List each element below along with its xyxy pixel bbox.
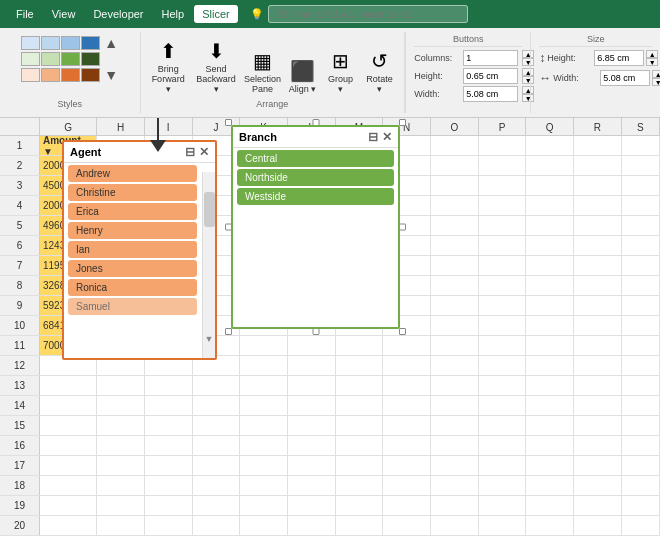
slicer-item-ian[interactable]: Ian xyxy=(68,241,197,258)
cell-s1[interactable] xyxy=(622,136,660,155)
arrow-indicator xyxy=(150,118,166,152)
lightbulb-icon: 💡 xyxy=(250,8,264,21)
align-icon: ⬛ xyxy=(290,59,315,83)
branch-slicer-icons: ⊟ ✕ xyxy=(368,130,392,144)
search-input[interactable] xyxy=(268,5,468,23)
selection-pane-button[interactable]: ▦ SelectionPane xyxy=(242,47,282,97)
selection-pane-icon: ▦ xyxy=(253,49,272,73)
group-button[interactable]: ⊞ Group ▾ xyxy=(323,47,359,97)
slicer-item-jones[interactable]: Jones xyxy=(68,260,197,277)
size-width-spinner[interactable]: ▲ ▼ xyxy=(652,70,660,86)
size-width-icon: ↔ xyxy=(539,71,551,85)
size-height-down[interactable]: ▼ xyxy=(646,58,658,66)
slicer-item-samuel[interactable]: Samuel xyxy=(68,298,197,315)
send-backward-button[interactable]: ⬇ SendBackward ▾ xyxy=(192,37,241,97)
style-swatch-4[interactable] xyxy=(81,36,100,50)
filter-icon[interactable]: ⊟ xyxy=(185,145,195,159)
size-group-title: Size xyxy=(539,34,652,47)
cell-r1[interactable] xyxy=(574,136,622,155)
col-header-g[interactable]: G xyxy=(40,118,97,136)
bring-forward-button[interactable]: ⬆ BringForward ▾ xyxy=(147,37,190,97)
slicer-item-christine[interactable]: Christine xyxy=(68,184,197,201)
col-header-s[interactable]: S xyxy=(622,118,660,136)
menu-view[interactable]: View xyxy=(44,5,84,23)
agent-slicer[interactable]: Agent ⊟ ✕ Andrew Christine Erica Henry I… xyxy=(62,140,217,360)
buttons-group-title: Buttons xyxy=(414,34,522,47)
columns-input[interactable] xyxy=(463,50,518,66)
handle-mr[interactable] xyxy=(399,224,406,231)
columns-label: Columns: xyxy=(414,53,459,63)
slicer-item-henry[interactable]: Henry xyxy=(68,222,197,239)
branch-filter-icon[interactable]: ⊟ xyxy=(368,130,378,144)
style-swatch-5[interactable] xyxy=(21,52,40,66)
slicer-item-andrew[interactable]: Andrew xyxy=(68,165,197,182)
btn-width-label: Width: xyxy=(414,89,459,99)
styles-expand-up[interactable]: ▲ xyxy=(104,36,118,50)
ribbon-group-buttons: Buttons Columns: ▲ ▼ Height: ▲ ▼ Width: … xyxy=(405,32,530,113)
arrow-head xyxy=(150,140,166,152)
agent-slicer-body: Andrew Christine Erica Henry Ian Jones R… xyxy=(64,163,215,317)
btn-height-input[interactable] xyxy=(463,68,518,84)
menu-help[interactable]: Help xyxy=(154,5,193,23)
menu-slicer[interactable]: Slicer xyxy=(194,5,238,23)
handle-bc[interactable] xyxy=(312,328,319,335)
col-header-p[interactable]: P xyxy=(479,118,527,136)
style-swatch-7[interactable] xyxy=(61,52,80,66)
rotate-button[interactable]: ↺ Rotate ▾ xyxy=(361,47,398,97)
btn-width-input[interactable] xyxy=(463,86,518,102)
table-row: 13 xyxy=(0,376,660,396)
cell-o1[interactable] xyxy=(431,136,479,155)
cell-p1[interactable] xyxy=(479,136,527,155)
cell-q1[interactable] xyxy=(526,136,574,155)
style-swatch-12[interactable] xyxy=(81,68,100,82)
style-swatch-9[interactable] xyxy=(21,68,40,82)
style-swatch-8[interactable] xyxy=(81,52,100,66)
size-height-up[interactable]: ▲ xyxy=(646,50,658,58)
align-button[interactable]: ⬛ Align ▾ xyxy=(285,57,321,97)
col-header-h[interactable]: H xyxy=(97,118,145,136)
style-swatch-11[interactable] xyxy=(61,68,80,82)
slicer-item-central[interactable]: Central xyxy=(237,150,394,167)
menu-file[interactable]: File xyxy=(8,5,42,23)
ribbon-group-styles: ▲ ▼ Styles xyxy=(0,32,141,113)
style-swatch-2[interactable] xyxy=(41,36,60,50)
btn-width-row: Width: ▲ ▼ xyxy=(414,86,522,102)
size-width-input[interactable] xyxy=(600,70,650,86)
size-height-input[interactable] xyxy=(594,50,644,66)
style-swatch-10[interactable] xyxy=(41,68,60,82)
slicer-item-ronica[interactable]: Ronica xyxy=(68,279,197,296)
size-height-spinner[interactable]: ▲ ▼ xyxy=(646,50,658,66)
size-width-down[interactable]: ▼ xyxy=(652,78,660,86)
col-header-r[interactable]: R xyxy=(574,118,622,136)
branch-slicer[interactable]: Branch ⊟ ✕ Central Northside Westside xyxy=(231,125,400,329)
columns-row: Columns: ▲ ▼ xyxy=(414,50,522,66)
col-header-o[interactable]: O xyxy=(431,118,479,136)
slicer-item-erica[interactable]: Erica xyxy=(68,203,197,220)
col-header-q[interactable]: Q xyxy=(526,118,574,136)
size-width-label: Width: xyxy=(553,73,598,83)
style-swatch-6[interactable] xyxy=(41,52,60,66)
arrange-label: Arrange xyxy=(256,97,288,109)
size-width-row: ↔ Width: ▲ ▼ xyxy=(539,70,652,86)
branch-clear-icon[interactable]: ✕ xyxy=(382,130,392,144)
slicer-item-westside[interactable]: Westside xyxy=(237,188,394,205)
menu-developer[interactable]: Developer xyxy=(85,5,151,23)
handle-br[interactable] xyxy=(399,328,406,335)
styles-expand-down[interactable]: ▼ xyxy=(104,68,118,82)
bring-forward-icon: ⬆ xyxy=(160,39,177,63)
size-height-label: Height: xyxy=(547,53,592,63)
align-label: Align ▾ xyxy=(289,85,317,95)
slicer-scrollbar[interactable]: ▼ xyxy=(202,172,215,358)
table-row: 18 xyxy=(0,476,660,496)
style-swatch-3[interactable] xyxy=(61,36,80,50)
slicer-item-northside[interactable]: Northside xyxy=(237,169,394,186)
handle-bl[interactable] xyxy=(225,328,232,335)
table-row: 15 xyxy=(0,416,660,436)
scroll-down-arrow[interactable]: ▼ xyxy=(203,334,215,344)
ribbon: ▲ ▼ Styles ⬆ BringForward ▾ ⬇ SendBackwa… xyxy=(0,28,660,118)
size-width-up[interactable]: ▲ xyxy=(652,70,660,78)
table-row: 19 xyxy=(0,496,660,516)
handle-tr[interactable] xyxy=(399,119,406,126)
style-swatch-1[interactable] xyxy=(21,36,40,50)
clear-filter-icon[interactable]: ✕ xyxy=(199,145,209,159)
